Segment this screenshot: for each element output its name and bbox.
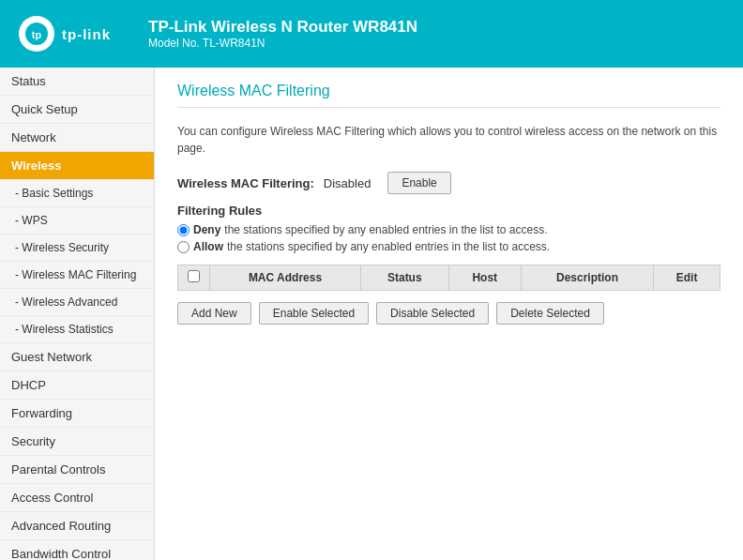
description: You can configure Wireless MAC Filtering…: [177, 123, 720, 157]
deny-text: the stations specified by any enabled en…: [224, 223, 547, 236]
header-title: TP-Link Wireless N Router WR841N Model N…: [148, 18, 417, 50]
filtering-rules-title: Filtering Rules: [177, 204, 720, 218]
sidebar: StatusQuick SetupNetworkWireless- Basic …: [0, 68, 155, 560]
sidebar-item-wireless-advanced[interactable]: - Wireless Advanced: [0, 289, 154, 316]
sidebar-item-quick-setup[interactable]: Quick Setup: [0, 96, 154, 124]
mac-table: MAC Address Status Host Description Edit: [177, 265, 720, 291]
col-host: Host: [448, 265, 521, 291]
enable-selected-button[interactable]: Enable Selected: [259, 302, 369, 325]
col-mac-address: MAC Address: [210, 265, 361, 291]
header-main-title: TP-Link Wireless N Router WR841N: [148, 18, 417, 37]
col-status: Status: [361, 265, 449, 291]
sidebar-item-security[interactable]: Security: [0, 428, 154, 456]
delete-selected-button[interactable]: Delete Selected: [496, 302, 604, 325]
table-select-all-header: [178, 265, 210, 291]
enable-button[interactable]: Enable: [387, 172, 450, 194]
deny-radio[interactable]: [177, 224, 190, 236]
allow-radio[interactable]: [177, 241, 190, 253]
page-title: Wireless MAC Filtering: [177, 83, 720, 108]
deny-label: Deny: [193, 223, 220, 236]
sidebar-item-access-control[interactable]: Access Control: [0, 484, 154, 512]
header: tp tp-link TP-Link Wireless N Router WR8…: [0, 0, 743, 68]
col-edit: Edit: [654, 265, 720, 291]
action-row: Add New Enable Selected Disable Selected…: [177, 302, 720, 325]
sidebar-item-network[interactable]: Network: [0, 124, 154, 152]
sidebar-item-parental-controls[interactable]: Parental Controls: [0, 456, 154, 484]
logo-text: tp-link: [62, 26, 111, 42]
main-content: Wireless MAC Filtering You can configure…: [155, 68, 743, 560]
mac-filtering-status: Disabled: [324, 176, 372, 190]
sidebar-item-wireless[interactable]: Wireless: [0, 152, 154, 180]
layout: StatusQuick SetupNetworkWireless- Basic …: [0, 68, 743, 560]
sidebar-item-guest-network[interactable]: Guest Network: [0, 343, 154, 371]
tp-link-logo: tp: [19, 16, 54, 52]
select-all-checkbox[interactable]: [188, 270, 200, 282]
svg-text:tp: tp: [32, 29, 42, 40]
header-sub-title: Model No. TL-WR841N: [148, 37, 417, 50]
deny-rule-row: Deny the stations specified by any enabl…: [177, 223, 720, 236]
allow-label: Allow: [193, 240, 223, 253]
sidebar-item-status[interactable]: Status: [0, 68, 154, 96]
sidebar-item-wireless-security[interactable]: - Wireless Security: [0, 235, 154, 262]
sidebar-item-forwarding[interactable]: Forwarding: [0, 400, 154, 428]
sidebar-item-wps[interactable]: - WPS: [0, 207, 154, 235]
sidebar-item-wireless-mac-filtering[interactable]: - Wireless MAC Filtering: [0, 262, 154, 289]
sidebar-item-dhcp[interactable]: DHCP: [0, 371, 154, 400]
sidebar-item-wireless-statistics[interactable]: - Wireless Statistics: [0, 316, 154, 343]
logo-area: tp tp-link: [19, 16, 111, 52]
disable-selected-button[interactable]: Disable Selected: [376, 302, 489, 325]
sidebar-item-basic-settings[interactable]: - Basic Settings: [0, 180, 154, 207]
allow-text: the stations specified by any enabled en…: [227, 240, 550, 253]
mac-filtering-row: Wireless MAC Filtering: Disabled Enable: [177, 172, 720, 194]
sidebar-item-bandwidth-control[interactable]: Bandwidth Control: [0, 540, 154, 560]
sidebar-item-advanced-routing[interactable]: Advanced Routing: [0, 512, 154, 540]
col-description: Description: [521, 265, 653, 291]
add-new-button[interactable]: Add New: [177, 302, 251, 325]
mac-filtering-label: Wireless MAC Filtering:: [177, 176, 314, 190]
allow-rule-row: Allow the stations specified by any enab…: [177, 240, 720, 253]
